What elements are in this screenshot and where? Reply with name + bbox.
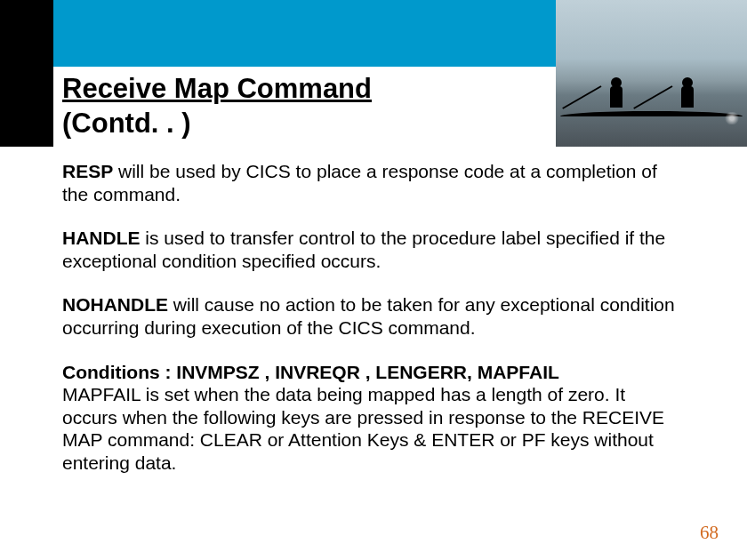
paragraph-nohandle: NOHANDLE will cause no action to be take… <box>62 293 685 339</box>
keyword-nohandle: NOHANDLE <box>62 294 168 315</box>
header-image <box>556 0 747 147</box>
page-number: 68 <box>700 522 719 544</box>
header-accent <box>0 0 53 147</box>
keyword-conditions: Conditions : INVMPSZ , INVREQR , LENGERR… <box>62 362 559 382</box>
slide-body: RESP will be used by CICS to place a res… <box>62 160 685 496</box>
text-conditions: MAPFAIL is set when the data being mappe… <box>62 384 664 473</box>
keyword-handle: HANDLE <box>62 228 141 248</box>
paragraph-handle: HANDLE is used to transfer control to th… <box>62 227 685 272</box>
paragraph-resp: RESP will be used by CICS to place a res… <box>62 160 685 205</box>
title-line-2: (Contd. . ) <box>62 108 191 139</box>
slide-title: Receive Map Command (Contd. . ) <box>53 67 556 150</box>
title-line-1: Receive Map Command <box>62 73 372 104</box>
text-handle: is used to transfer control to the proce… <box>62 228 665 271</box>
text-resp: will be used by CICS to place a response… <box>62 161 657 204</box>
keyword-resp: RESP <box>62 161 113 181</box>
paragraph-conditions: Conditions : INVMPSZ , INVREQR , LENGERR… <box>62 361 685 475</box>
